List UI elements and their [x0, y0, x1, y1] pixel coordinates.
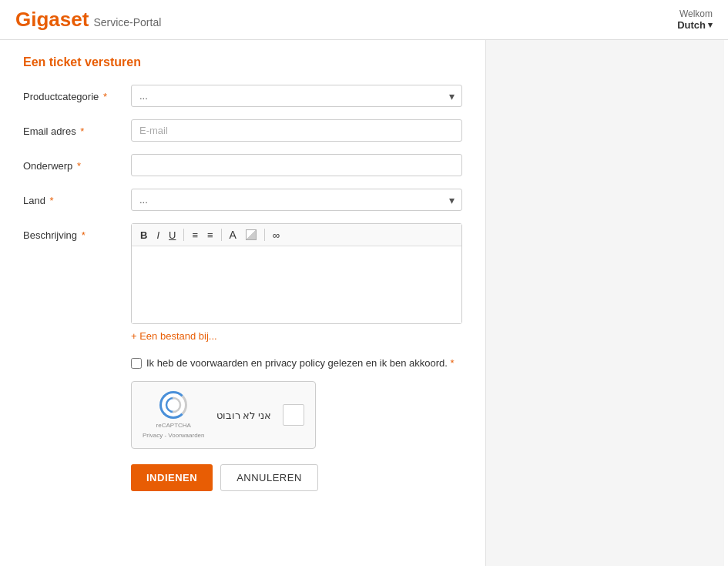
form-buttons: INDIENEN ANNULEREN	[131, 464, 462, 491]
header-right: Welkom Dutch	[677, 8, 713, 31]
country-row: Land * ...	[23, 189, 462, 211]
email-row: Email adres *	[23, 119, 462, 142]
recaptcha-not-robot-text: אני לא רובוט	[216, 410, 271, 421]
subject-field-container	[131, 154, 462, 176]
country-label: Land *	[23, 189, 131, 206]
country-select[interactable]: ...	[131, 189, 462, 211]
header: Gigaset Service-Portal Welkom Dutch	[0, 0, 728, 40]
terms-checkbox-row: Ik heb de voorwaarden en privacy policy …	[131, 357, 462, 369]
submit-button[interactable]: INDIENEN	[131, 464, 213, 491]
editor-toolbar: B I U ≡ ≡ A ∞	[132, 224, 461, 246]
form-title: Een ticket versturen	[23, 55, 462, 69]
recaptcha-wrapper: reCAPTCHA Privacy - Voorwaarden אני לא ר…	[131, 381, 462, 449]
font-color-button[interactable]: A	[226, 227, 240, 243]
sidebar	[485, 40, 724, 566]
toolbar-separator-2	[221, 229, 222, 241]
terms-label[interactable]: Ik heb de voorwaarden en privacy policy …	[146, 357, 455, 369]
product-category-select[interactable]: ...	[131, 85, 462, 107]
toolbar-separator-1	[183, 229, 184, 241]
description-field-container: B I U ≡ ≡ A ∞	[131, 223, 462, 342]
terms-checkbox[interactable]	[131, 358, 142, 369]
description-input[interactable]	[132, 246, 461, 323]
country-select-wrapper: ...	[131, 189, 462, 211]
italic-button[interactable]: I	[153, 228, 163, 243]
product-category-row: Productcategorie * ...	[23, 85, 462, 107]
recaptcha-icon-area: reCAPTCHA Privacy - Voorwaarden	[143, 391, 204, 439]
link-button[interactable]: ∞	[269, 228, 283, 243]
welcome-text: Welkom	[677, 8, 713, 19]
recaptcha-fine: Privacy - Voorwaarden	[143, 432, 204, 439]
subject-input[interactable]	[131, 154, 462, 176]
country-field-container: ...	[131, 189, 462, 211]
recaptcha-box[interactable]: reCAPTCHA Privacy - Voorwaarden אני לא ר…	[131, 381, 316, 449]
description-label: Beschrijving *	[23, 223, 131, 241]
email-field-container	[131, 119, 462, 142]
rich-text-editor: B I U ≡ ≡ A ∞	[131, 223, 462, 324]
email-label: Email adres *	[23, 119, 131, 137]
subject-row: Onderwerp *	[23, 154, 462, 176]
subject-label: Onderwerp *	[23, 154, 131, 172]
product-category-select-wrapper: ...	[131, 85, 462, 107]
logo-subtitle: Service-Portal	[93, 16, 161, 28]
language-selector[interactable]: Dutch	[677, 19, 713, 31]
toolbar-separator-3	[264, 229, 265, 241]
recaptcha-spinner	[159, 391, 187, 419]
main-content: Een ticket versturen Productcategorie * …	[0, 40, 485, 566]
logo-area: Gigaset Service-Portal	[15, 8, 161, 32]
cancel-button[interactable]: ANNULEREN	[220, 464, 318, 491]
bold-button[interactable]: B	[136, 228, 151, 243]
description-row: Beschrijving * B I U ≡ ≡ A	[23, 223, 462, 342]
product-category-field: ...	[131, 85, 462, 107]
background-color-button[interactable]	[242, 228, 260, 242]
unordered-list-button[interactable]: ≡	[188, 228, 202, 243]
page-layout: Een ticket versturen Productcategorie * …	[0, 40, 728, 566]
product-category-label: Productcategorie *	[23, 85, 131, 102]
recaptcha-checkbox[interactable]	[283, 404, 304, 426]
recaptcha-brand: reCAPTCHA	[156, 422, 191, 429]
underline-button[interactable]: U	[165, 228, 179, 243]
ordered-list-button[interactable]: ≡	[203, 228, 217, 243]
email-input[interactable]	[131, 119, 462, 142]
attach-file-link[interactable]: + Een bestand bij...	[131, 330, 217, 342]
logo-brand: Gigaset	[15, 8, 89, 32]
